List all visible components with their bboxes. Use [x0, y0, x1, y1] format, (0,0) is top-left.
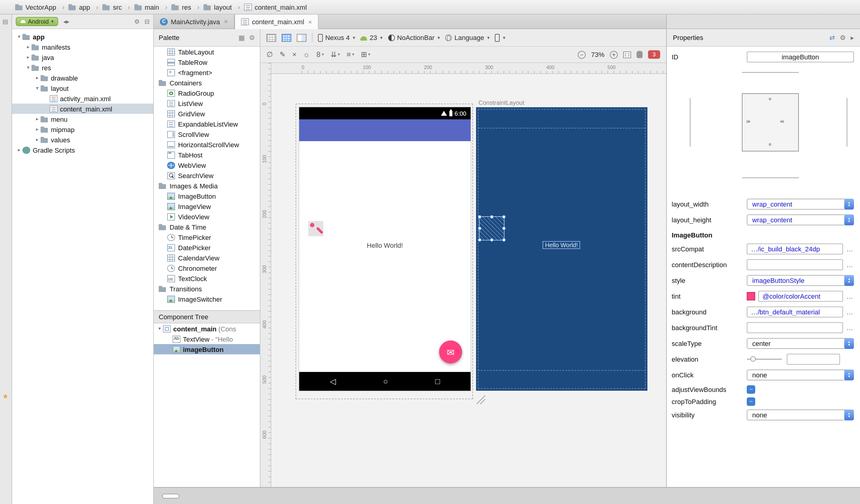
autoconnect-icon[interactable]: ✎	[280, 50, 286, 59]
project-tree-item[interactable]: ▸ drawable	[12, 73, 153, 83]
tint-color-swatch[interactable]	[747, 292, 755, 301]
tree-expand-arrow[interactable]: ▾	[156, 326, 163, 331]
scaletype-select[interactable]: center	[747, 338, 854, 349]
palette-item[interactable]: SearchView	[154, 170, 260, 181]
visibility-select[interactable]: none	[747, 409, 854, 420]
gear-icon[interactable]: ⚙	[840, 34, 846, 42]
close-tab-icon[interactable]: ×	[308, 18, 312, 25]
resize-handle[interactable]	[490, 238, 493, 242]
theme-select[interactable]: NoActionBar	[388, 34, 440, 41]
palette-item[interactable]: TextClock	[154, 273, 260, 284]
backgroundtint-input[interactable]	[747, 322, 843, 333]
hello-world-textview[interactable]: Hello World!	[299, 242, 471, 249]
croptopadding-checkbox[interactable]	[747, 398, 755, 406]
browse-button[interactable]: …	[845, 261, 854, 268]
collapse-all-icon[interactable]: ⊟	[144, 18, 149, 25]
resize-handle[interactable]	[478, 238, 482, 242]
align-selection-icon[interactable]: ≡▾	[347, 50, 354, 59]
palette-item[interactable]: TableLayout	[154, 47, 260, 57]
selected-imagebutton[interactable]	[479, 216, 504, 241]
pan-hand-icon[interactable]	[636, 51, 643, 58]
palette-item[interactable]: HorizontalScrollView	[154, 139, 260, 149]
browse-button[interactable]: …	[845, 245, 854, 253]
resize-handle[interactable]	[502, 215, 506, 219]
elevation-slider[interactable]	[747, 359, 782, 360]
editor-tab[interactable]: content_main.xml ×	[234, 15, 318, 29]
tree-expand-arrow[interactable]: ▾	[34, 85, 41, 91]
background-input[interactable]: …/btn_default_material	[747, 306, 843, 317]
tree-expand-arrow[interactable]: ▸	[34, 137, 41, 142]
browse-button[interactable]: …	[845, 324, 854, 331]
tree-expand-arrow[interactable]: ▸	[34, 75, 41, 81]
editor-mode-tab[interactable]	[181, 493, 198, 498]
tree-expand-arrow[interactable]: ▸	[25, 55, 31, 60]
api-level-select[interactable]: 23	[361, 34, 383, 41]
resize-handle[interactable]	[490, 215, 493, 219]
tree-expand-arrow[interactable]: ▸	[34, 127, 41, 132]
collapse-expand-icon[interactable]: ◂▸	[63, 18, 69, 25]
project-tree-item[interactable]: ▸ values	[12, 134, 153, 145]
default-margin-button[interactable]: 8 ▾	[316, 50, 324, 59]
palette-item[interactable]: ExpandableListView	[154, 119, 260, 129]
palette-item[interactable]: <fragment>	[154, 67, 260, 77]
canvas-resize-corner[interactable]	[475, 394, 486, 405]
layout-height-select[interactable]: wrap_content	[747, 214, 854, 225]
palette-item[interactable]: DatePicker	[154, 242, 260, 253]
tree-expand-arrow[interactable]: ▾	[16, 34, 23, 39]
project-tree-item[interactable]: ▸ java	[12, 52, 153, 62]
palette-item[interactable]: ImageSwitcher	[154, 294, 260, 304]
palette-item[interactable]: VideoView	[154, 212, 260, 222]
component-tree-item[interactable]: ▾ content_main (Cons	[154, 323, 260, 334]
palette-item[interactable]: Containers	[154, 77, 260, 88]
palette-view-mode-icon[interactable]: ▦	[238, 34, 245, 42]
palette-item[interactable]: Transitions	[154, 284, 260, 294]
resize-handle[interactable]	[502, 238, 506, 242]
project-tree-item[interactable]: ▸ menu	[12, 114, 153, 124]
hide-panel-icon[interactable]: ▸	[850, 34, 854, 42]
hide-constraints-icon[interactable]: ∅	[267, 50, 273, 59]
constraint-widget[interactable]: ›› ‹‹ ››› ‹‹‹	[667, 66, 860, 196]
breadcrumb-item[interactable]: res	[171, 3, 203, 11]
palette-item[interactable]: WebView	[154, 160, 260, 170]
zoom-out-button[interactable]: −	[578, 51, 586, 58]
elevation-input[interactable]	[787, 354, 840, 365]
breadcrumb-item[interactable]: src	[102, 3, 134, 11]
fab-button[interactable]: ✉	[439, 341, 462, 363]
close-tab-icon[interactable]: ×	[224, 18, 228, 25]
project-tree-item[interactable]: ▸ Gradle Scripts	[12, 145, 153, 155]
palette-item[interactable]: TabHost	[154, 149, 260, 160]
device-select[interactable]: Nexus 4	[318, 34, 355, 42]
image-button-widget[interactable]	[308, 221, 324, 236]
palette-item[interactable]: ImageView	[154, 201, 260, 212]
project-tree-item[interactable]: activity_main.xml	[12, 93, 153, 104]
orientation-select[interactable]	[495, 34, 505, 42]
layout-width-select[interactable]: wrap_content	[747, 199, 854, 210]
locale-select[interactable]: Language	[445, 34, 490, 41]
switch-view-icon[interactable]: ⇄	[829, 34, 835, 42]
contentdescription-input[interactable]	[747, 259, 843, 270]
guidelines-icon[interactable]: ⊞▾	[361, 50, 370, 59]
project-view-selector[interactable]: Android	[16, 17, 58, 26]
tint-input[interactable]: @color/colorAccent	[758, 291, 843, 302]
tree-expand-arrow[interactable]: ▸	[34, 116, 41, 122]
pack-selection-icon[interactable]: ⇊▾	[330, 50, 340, 59]
palette-item[interactable]: TableRow	[154, 57, 260, 67]
both-modes-icon[interactable]	[297, 34, 306, 42]
tree-expand-arrow[interactable]: ▸	[16, 147, 23, 153]
project-tree-item[interactable]: ▸ manifests	[12, 42, 153, 52]
palette-settings-icon[interactable]: ⚙	[249, 34, 255, 42]
blueprint-preview[interactable]: Hello World!	[476, 107, 647, 391]
project-tree-item[interactable]: ▾ layout	[12, 83, 153, 93]
breadcrumb-item[interactable]: main	[134, 3, 171, 11]
tree-expand-arrow[interactable]: ▾	[25, 65, 31, 70]
palette-item[interactable]: Images & Media	[154, 181, 260, 191]
resize-handle[interactable]	[478, 215, 482, 219]
palette-item[interactable]: GridView	[154, 109, 260, 119]
resize-handle[interactable]	[478, 227, 482, 230]
palette-item[interactable]: Chronometer	[154, 263, 260, 273]
palette-item[interactable]: ScrollView	[154, 129, 260, 139]
browse-button[interactable]: …	[845, 308, 854, 316]
onclick-select[interactable]: none	[747, 370, 854, 380]
zoom-in-button[interactable]: +	[610, 51, 618, 58]
blueprint-textview[interactable]: Hello World!	[543, 241, 580, 249]
